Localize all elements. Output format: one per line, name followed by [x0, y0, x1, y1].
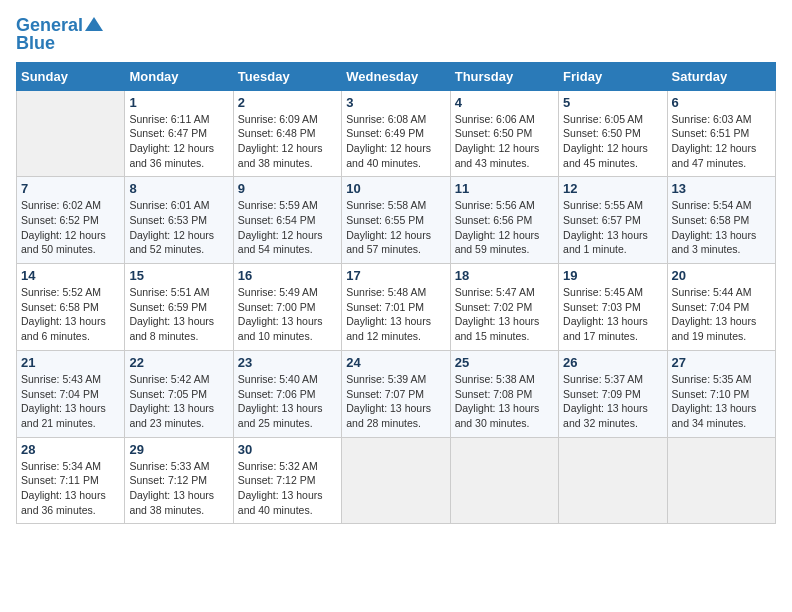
days-header-row: SundayMondayTuesdayWednesdayThursdayFrid… [17, 62, 776, 90]
day-number: 27 [672, 355, 771, 370]
calendar-cell: 16Sunrise: 5:49 AMSunset: 7:00 PMDayligh… [233, 264, 341, 351]
calendar-cell: 30Sunrise: 5:32 AMSunset: 7:12 PMDayligh… [233, 437, 341, 524]
day-header-sunday: Sunday [17, 62, 125, 90]
logo-icon [85, 15, 103, 33]
calendar-cell: 5Sunrise: 6:05 AMSunset: 6:50 PMDaylight… [559, 90, 667, 177]
calendar-cell: 2Sunrise: 6:09 AMSunset: 6:48 PMDaylight… [233, 90, 341, 177]
day-header-thursday: Thursday [450, 62, 558, 90]
calendar-cell: 9Sunrise: 5:59 AMSunset: 6:54 PMDaylight… [233, 177, 341, 264]
day-info: Sunrise: 6:01 AMSunset: 6:53 PMDaylight:… [129, 198, 228, 257]
calendar-cell: 6Sunrise: 6:03 AMSunset: 6:51 PMDaylight… [667, 90, 775, 177]
calendar-table: SundayMondayTuesdayWednesdayThursdayFrid… [16, 62, 776, 525]
day-info: Sunrise: 6:06 AMSunset: 6:50 PMDaylight:… [455, 112, 554, 171]
calendar-cell [342, 437, 450, 524]
logo: General Blue [16, 16, 103, 54]
calendar-cell: 15Sunrise: 5:51 AMSunset: 6:59 PMDayligh… [125, 264, 233, 351]
calendar-cell: 21Sunrise: 5:43 AMSunset: 7:04 PMDayligh… [17, 350, 125, 437]
calendar-cell: 26Sunrise: 5:37 AMSunset: 7:09 PMDayligh… [559, 350, 667, 437]
day-number: 23 [238, 355, 337, 370]
day-info: Sunrise: 5:48 AMSunset: 7:01 PMDaylight:… [346, 285, 445, 344]
calendar-cell: 19Sunrise: 5:45 AMSunset: 7:03 PMDayligh… [559, 264, 667, 351]
calendar-cell: 28Sunrise: 5:34 AMSunset: 7:11 PMDayligh… [17, 437, 125, 524]
day-info: Sunrise: 5:43 AMSunset: 7:04 PMDaylight:… [21, 372, 120, 431]
day-info: Sunrise: 6:02 AMSunset: 6:52 PMDaylight:… [21, 198, 120, 257]
day-number: 30 [238, 442, 337, 457]
calendar-cell: 23Sunrise: 5:40 AMSunset: 7:06 PMDayligh… [233, 350, 341, 437]
svg-marker-0 [85, 17, 103, 31]
day-number: 1 [129, 95, 228, 110]
day-header-saturday: Saturday [667, 62, 775, 90]
calendar-cell [450, 437, 558, 524]
day-info: Sunrise: 5:39 AMSunset: 7:07 PMDaylight:… [346, 372, 445, 431]
calendar-cell: 13Sunrise: 5:54 AMSunset: 6:58 PMDayligh… [667, 177, 775, 264]
day-info: Sunrise: 5:37 AMSunset: 7:09 PMDaylight:… [563, 372, 662, 431]
day-info: Sunrise: 5:34 AMSunset: 7:11 PMDaylight:… [21, 459, 120, 518]
calendar-cell [17, 90, 125, 177]
calendar-cell: 27Sunrise: 5:35 AMSunset: 7:10 PMDayligh… [667, 350, 775, 437]
day-info: Sunrise: 6:08 AMSunset: 6:49 PMDaylight:… [346, 112, 445, 171]
calendar-cell: 7Sunrise: 6:02 AMSunset: 6:52 PMDaylight… [17, 177, 125, 264]
day-number: 16 [238, 268, 337, 283]
calendar-cell: 11Sunrise: 5:56 AMSunset: 6:56 PMDayligh… [450, 177, 558, 264]
day-number: 18 [455, 268, 554, 283]
calendar-cell: 10Sunrise: 5:58 AMSunset: 6:55 PMDayligh… [342, 177, 450, 264]
day-info: Sunrise: 5:49 AMSunset: 7:00 PMDaylight:… [238, 285, 337, 344]
day-number: 3 [346, 95, 445, 110]
calendar-cell: 17Sunrise: 5:48 AMSunset: 7:01 PMDayligh… [342, 264, 450, 351]
day-number: 12 [563, 181, 662, 196]
day-number: 28 [21, 442, 120, 457]
day-number: 2 [238, 95, 337, 110]
day-number: 29 [129, 442, 228, 457]
day-info: Sunrise: 6:05 AMSunset: 6:50 PMDaylight:… [563, 112, 662, 171]
calendar-cell: 20Sunrise: 5:44 AMSunset: 7:04 PMDayligh… [667, 264, 775, 351]
day-number: 6 [672, 95, 771, 110]
week-row-4: 21Sunrise: 5:43 AMSunset: 7:04 PMDayligh… [17, 350, 776, 437]
day-number: 14 [21, 268, 120, 283]
day-header-wednesday: Wednesday [342, 62, 450, 90]
day-info: Sunrise: 5:38 AMSunset: 7:08 PMDaylight:… [455, 372, 554, 431]
day-info: Sunrise: 6:11 AMSunset: 6:47 PMDaylight:… [129, 112, 228, 171]
calendar-cell [667, 437, 775, 524]
logo-blue-text: Blue [16, 34, 55, 54]
calendar-cell: 4Sunrise: 6:06 AMSunset: 6:50 PMDaylight… [450, 90, 558, 177]
week-row-1: 1Sunrise: 6:11 AMSunset: 6:47 PMDaylight… [17, 90, 776, 177]
day-number: 7 [21, 181, 120, 196]
day-number: 10 [346, 181, 445, 196]
day-number: 17 [346, 268, 445, 283]
day-header-monday: Monday [125, 62, 233, 90]
day-info: Sunrise: 5:35 AMSunset: 7:10 PMDaylight:… [672, 372, 771, 431]
day-info: Sunrise: 5:40 AMSunset: 7:06 PMDaylight:… [238, 372, 337, 431]
day-number: 20 [672, 268, 771, 283]
day-header-tuesday: Tuesday [233, 62, 341, 90]
day-info: Sunrise: 5:47 AMSunset: 7:02 PMDaylight:… [455, 285, 554, 344]
week-row-2: 7Sunrise: 6:02 AMSunset: 6:52 PMDaylight… [17, 177, 776, 264]
day-number: 26 [563, 355, 662, 370]
day-info: Sunrise: 5:42 AMSunset: 7:05 PMDaylight:… [129, 372, 228, 431]
day-header-friday: Friday [559, 62, 667, 90]
calendar-cell: 24Sunrise: 5:39 AMSunset: 7:07 PMDayligh… [342, 350, 450, 437]
day-number: 19 [563, 268, 662, 283]
day-info: Sunrise: 5:59 AMSunset: 6:54 PMDaylight:… [238, 198, 337, 257]
day-info: Sunrise: 5:56 AMSunset: 6:56 PMDaylight:… [455, 198, 554, 257]
day-number: 24 [346, 355, 445, 370]
day-info: Sunrise: 5:45 AMSunset: 7:03 PMDaylight:… [563, 285, 662, 344]
day-info: Sunrise: 5:44 AMSunset: 7:04 PMDaylight:… [672, 285, 771, 344]
day-info: Sunrise: 5:52 AMSunset: 6:58 PMDaylight:… [21, 285, 120, 344]
week-row-3: 14Sunrise: 5:52 AMSunset: 6:58 PMDayligh… [17, 264, 776, 351]
day-number: 9 [238, 181, 337, 196]
day-info: Sunrise: 5:33 AMSunset: 7:12 PMDaylight:… [129, 459, 228, 518]
day-info: Sunrise: 6:03 AMSunset: 6:51 PMDaylight:… [672, 112, 771, 171]
week-row-5: 28Sunrise: 5:34 AMSunset: 7:11 PMDayligh… [17, 437, 776, 524]
calendar-cell: 18Sunrise: 5:47 AMSunset: 7:02 PMDayligh… [450, 264, 558, 351]
day-number: 5 [563, 95, 662, 110]
calendar-cell: 12Sunrise: 5:55 AMSunset: 6:57 PMDayligh… [559, 177, 667, 264]
calendar-cell: 14Sunrise: 5:52 AMSunset: 6:58 PMDayligh… [17, 264, 125, 351]
day-info: Sunrise: 6:09 AMSunset: 6:48 PMDaylight:… [238, 112, 337, 171]
calendar-cell: 3Sunrise: 6:08 AMSunset: 6:49 PMDaylight… [342, 90, 450, 177]
day-number: 25 [455, 355, 554, 370]
calendar-cell [559, 437, 667, 524]
day-number: 21 [21, 355, 120, 370]
day-number: 13 [672, 181, 771, 196]
day-number: 15 [129, 268, 228, 283]
day-number: 11 [455, 181, 554, 196]
